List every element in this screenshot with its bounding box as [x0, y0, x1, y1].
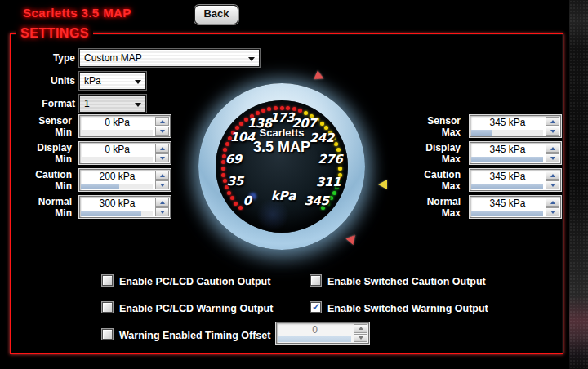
- arrow-down-icon: [160, 211, 165, 214]
- arrow-up-icon: [359, 327, 363, 330]
- settings-legend: SETTINGS: [16, 26, 93, 41]
- spin-up-button[interactable]: [546, 171, 559, 180]
- normal-max-field: 345 kPa: [470, 196, 561, 218]
- gauge-scale-dot: [320, 122, 324, 126]
- gauge-tick-label: 173: [270, 110, 295, 125]
- spin-up-button[interactable]: [155, 117, 169, 126]
- display-min-label: Display Min: [28, 142, 72, 165]
- display-max-slider[interactable]: [471, 157, 543, 162]
- slider-fill: [471, 157, 543, 162]
- spinner: [546, 171, 559, 189]
- spin-down-button[interactable]: [155, 153, 169, 162]
- spin-up-button[interactable]: [155, 198, 169, 207]
- spin-down-button[interactable]: [546, 180, 559, 189]
- timing-offset-value[interactable]: 0: [277, 324, 353, 336]
- slider-fill: [471, 130, 492, 136]
- spin-down-button[interactable]: [546, 153, 559, 162]
- spin-up-button[interactable]: [546, 144, 559, 153]
- caution-max-value[interactable]: 345 kPa: [470, 171, 545, 182]
- caution-min-value[interactable]: 200 kPa: [80, 171, 154, 182]
- switched-warning-label: Enable Switched Warning Output: [327, 303, 488, 314]
- spin-up-button[interactable]: [546, 198, 559, 207]
- switched-caution-checkbox[interactable]: ✓: [310, 275, 321, 286]
- normal-min-slider[interactable]: [81, 211, 153, 216]
- sensor-min-field: 0 kPa: [79, 115, 171, 137]
- sensor-min-label: Sensor Min: [28, 115, 72, 138]
- sensor-min-value[interactable]: 0 kPa: [80, 117, 154, 128]
- format-label: Format: [18, 98, 75, 109]
- gauge-title-line1: Scarletts: [260, 127, 305, 139]
- spin-down-button[interactable]: [155, 207, 169, 216]
- spin-up-button[interactable]: [155, 144, 169, 153]
- back-button[interactable]: Back: [194, 5, 238, 24]
- gauge-scale-dot: [221, 173, 225, 177]
- spin-down-button[interactable]: [155, 127, 169, 136]
- slider-fill: [471, 184, 543, 189]
- normal-max-slider[interactable]: [471, 211, 543, 216]
- gauge-tick-label: 35: [227, 174, 243, 189]
- arrow-down-icon: [359, 336, 363, 340]
- timing-offset-slider[interactable]: [278, 336, 351, 342]
- gauge-scale-dot: [225, 142, 229, 146]
- caution-min-field: 200 kPa: [79, 169, 171, 191]
- slider-fill: [471, 211, 543, 216]
- check-mark-icon: ✓: [312, 303, 320, 312]
- arrow-up-icon: [550, 201, 555, 204]
- display-max-value[interactable]: 345 kPa: [470, 144, 545, 155]
- gauge-tick-label: 104: [230, 130, 255, 144]
- spin-down-button[interactable]: [546, 127, 559, 136]
- spin-down-button[interactable]: [155, 180, 169, 189]
- gauge-tick-label: 0: [243, 193, 252, 208]
- spinner: [155, 198, 169, 216]
- timing-offset-checkbox[interactable]: ✓: [102, 329, 113, 340]
- chevron-down-icon: [135, 80, 141, 84]
- display-min-value[interactable]: 0 kPa: [80, 144, 154, 155]
- sensor-max-slider[interactable]: [471, 130, 543, 136]
- units-dropdown-value: kPa: [84, 75, 101, 87]
- type-dropdown[interactable]: Custom MAP: [79, 49, 260, 67]
- arrow-down-icon: [160, 130, 165, 133]
- window-title: Scarletts 3.5 MAP: [23, 6, 131, 20]
- display-min-field: 0 kPa: [79, 142, 171, 164]
- spin-up-button[interactable]: [155, 171, 169, 180]
- normal-min-value[interactable]: 300 kPa: [80, 198, 154, 209]
- spin-up-button[interactable]: [546, 117, 559, 126]
- spin-down-button[interactable]: [546, 207, 559, 216]
- arrow-down-icon: [550, 184, 555, 187]
- spinner: [546, 117, 559, 136]
- slider-fill: [278, 336, 351, 342]
- arrow-up-icon: [160, 174, 165, 177]
- sensor-max-label: Sensor Max: [416, 115, 461, 138]
- spinner: [155, 117, 169, 136]
- spinner: [546, 198, 559, 216]
- switched-warning-checkbox[interactable]: ✓: [310, 302, 321, 313]
- normal-min-field: 300 kPa: [79, 196, 171, 218]
- gauge-tick-label: 276: [318, 152, 342, 167]
- gauge-tick-label: 69: [225, 152, 242, 167]
- spinner: [155, 171, 169, 189]
- caution-min-slider[interactable]: [81, 184, 153, 189]
- gauge-scale-dot: [280, 106, 284, 110]
- format-dropdown[interactable]: 1: [79, 95, 146, 113]
- pc-lcd-caution-checkbox[interactable]: ✓: [102, 275, 113, 286]
- switched-caution-label: Enable Switched Caution Output: [327, 276, 486, 287]
- display-min-slider[interactable]: [81, 157, 153, 162]
- arrow-down-icon: [550, 157, 555, 160]
- gauge-unit-label: kPa: [271, 189, 296, 203]
- sensor-max-value[interactable]: 345 kPa: [470, 117, 545, 128]
- pc-lcd-warning-checkbox[interactable]: ✓: [102, 302, 113, 313]
- caution-max-field: 345 kPa: [470, 169, 561, 191]
- sensor-min-slider[interactable]: [81, 130, 153, 136]
- caution-max-slider[interactable]: [471, 184, 543, 189]
- slider-fill: [81, 184, 119, 189]
- normal-max-value[interactable]: 345 kPa: [470, 198, 545, 209]
- arrow-up-icon: [550, 174, 555, 177]
- lens-flare: [256, 198, 289, 231]
- arrow-up-icon: [550, 147, 555, 150]
- units-dropdown[interactable]: kPa: [79, 72, 146, 90]
- spin-down-button[interactable]: [354, 334, 368, 343]
- spin-up-button[interactable]: [354, 324, 368, 333]
- type-label: Type: [18, 52, 75, 64]
- arrow-up-icon: [160, 201, 165, 204]
- spinner: [155, 144, 169, 162]
